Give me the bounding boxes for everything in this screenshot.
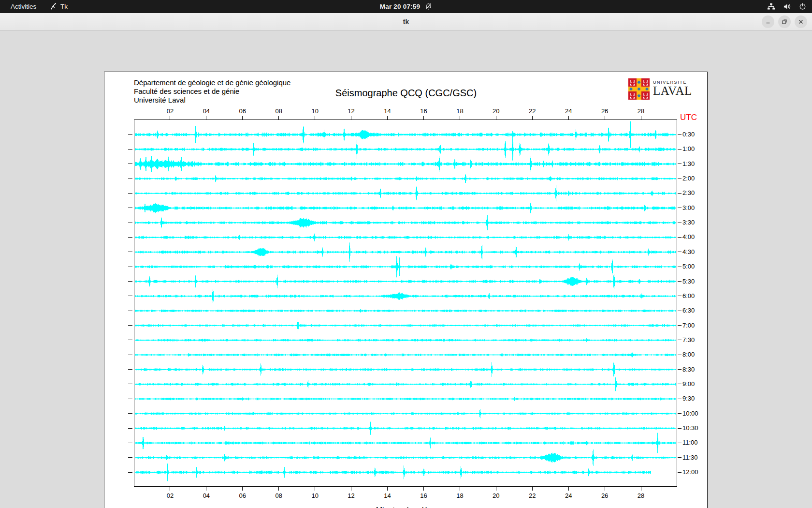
logo-laval-text: LAVAL — [653, 85, 692, 97]
trace-tick-left — [128, 340, 132, 340]
x-tick-bottom — [532, 487, 533, 491]
trace-time-label: 6:00 — [682, 292, 707, 300]
minimize-button[interactable] — [762, 15, 774, 28]
trace-time-label: 9:00 — [682, 380, 707, 388]
trace-tick-left — [128, 281, 132, 282]
x-tick-label-top: 24 — [560, 107, 577, 115]
close-icon — [798, 19, 804, 25]
trace-tick-left — [128, 237, 132, 238]
trace-tick-right — [678, 369, 682, 370]
trace-tick-right — [678, 296, 682, 296]
volume-icon — [783, 3, 791, 10]
trace-tick-left — [128, 413, 132, 414]
trace-tick-right — [678, 399, 682, 399]
minimize-icon — [765, 19, 771, 25]
x-tick-top — [315, 116, 315, 120]
x-tick-label-top: 10 — [307, 107, 323, 115]
x-tick-label-bottom: 02 — [162, 492, 178, 499]
trace-tick-left — [128, 325, 132, 326]
trace-time-label: 7:00 — [682, 322, 707, 329]
x-tick-bottom — [423, 487, 424, 491]
x-tick-label-top: 06 — [234, 107, 251, 115]
header-line-1: Département de géologie et de génie géol… — [134, 78, 290, 87]
restore-button[interactable] — [778, 15, 791, 28]
close-button[interactable] — [795, 15, 807, 28]
x-tick-label-bottom: 28 — [633, 492, 649, 499]
trace-tick-right — [678, 340, 682, 340]
x-tick-label-bottom: 20 — [488, 492, 504, 499]
trace-tick-left — [128, 457, 132, 458]
trace-tick-right — [678, 252, 682, 252]
power-icon — [799, 3, 806, 10]
trace-tick-right — [678, 384, 682, 384]
bell-slash-icon — [425, 3, 432, 10]
trace-tick-left — [128, 472, 132, 473]
x-tick-bottom — [641, 487, 641, 491]
trace-tick-left — [128, 223, 132, 223]
laval-logo: UNIVERSITÉ LAVAL — [628, 78, 692, 100]
trace-time-label: 3:00 — [682, 204, 707, 212]
activities-button[interactable]: Activities — [7, 0, 40, 13]
x-tick-bottom — [206, 487, 206, 491]
x-tick-label-top: 20 — [488, 107, 504, 115]
utc-label: UTC — [680, 113, 697, 122]
x-tick-top — [206, 116, 206, 120]
trace-time-label: 1:00 — [682, 145, 707, 153]
trace-tick-right — [678, 237, 682, 238]
trace-tick-right — [678, 281, 682, 282]
window-title: tk — [0, 13, 812, 30]
clock[interactable]: Mar 20 07:59 — [380, 3, 420, 10]
desktop: Activities Tk Mar 20 07:59 — [0, 0, 812, 508]
trace-tick-right — [678, 355, 682, 355]
trace-tick-right — [678, 311, 682, 311]
x-tick-label-top: 22 — [524, 107, 540, 115]
x-tick-top — [423, 116, 424, 120]
trace-tick-right — [678, 179, 682, 179]
trace-tick-right — [678, 223, 682, 223]
trace-tick-left — [128, 428, 132, 429]
x-tick-bottom — [242, 487, 243, 491]
trace-time-label: 10:00 — [682, 410, 707, 418]
x-tick-label-top: 28 — [633, 107, 649, 115]
trace-tick-left — [128, 384, 132, 384]
x-tick-bottom — [387, 487, 388, 491]
x-axis-label: Minutes écoulées — [309, 506, 503, 508]
trace-time-label: 11:30 — [682, 454, 707, 462]
chart-title: Séismographe QCQ (CGC/GSC) — [261, 88, 551, 99]
x-tick-label-top: 04 — [198, 107, 215, 115]
trace-tick-left — [128, 399, 132, 399]
x-tick-label-bottom: 18 — [451, 492, 468, 499]
trace-tick-right — [678, 164, 682, 164]
x-tick-label-top: 02 — [162, 107, 178, 115]
window-title-bar[interactable]: tk — [0, 13, 812, 30]
app-menu-label: Tk — [60, 0, 68, 13]
trace-tick-left — [128, 208, 132, 208]
trace-time-label: 1:30 — [682, 160, 707, 168]
trace-time-label: 12:00 — [682, 468, 707, 476]
trace-time-label: 11:00 — [682, 439, 707, 447]
x-tick-top — [641, 116, 641, 120]
trace-tick-right — [678, 413, 682, 414]
trace-tick-left — [128, 193, 132, 194]
laval-crest-icon — [628, 78, 650, 100]
system-status-area[interactable] — [767, 0, 806, 13]
trace-time-label: 0:30 — [682, 131, 707, 138]
trace-time-label: 8:30 — [682, 366, 707, 374]
trace-tick-left — [128, 355, 132, 355]
x-tick-top — [568, 116, 569, 120]
trace-tick-right — [678, 149, 682, 149]
x-tick-top — [242, 116, 243, 120]
x-tick-label-top: 26 — [596, 107, 613, 115]
x-tick-top — [605, 116, 605, 120]
x-tick-top — [532, 116, 533, 120]
x-tick-bottom — [170, 487, 170, 491]
trace-time-label: 3:30 — [682, 219, 707, 226]
x-tick-bottom — [568, 487, 569, 491]
x-tick-label-bottom: 14 — [379, 492, 396, 499]
trace-tick-right — [678, 267, 682, 267]
app-menu-button[interactable]: Tk — [50, 0, 68, 13]
x-tick-bottom — [460, 487, 460, 491]
tk-icon — [50, 3, 57, 10]
gnome-top-bar: Activities Tk Mar 20 07:59 — [0, 0, 812, 13]
trace-tick-left — [128, 179, 132, 179]
